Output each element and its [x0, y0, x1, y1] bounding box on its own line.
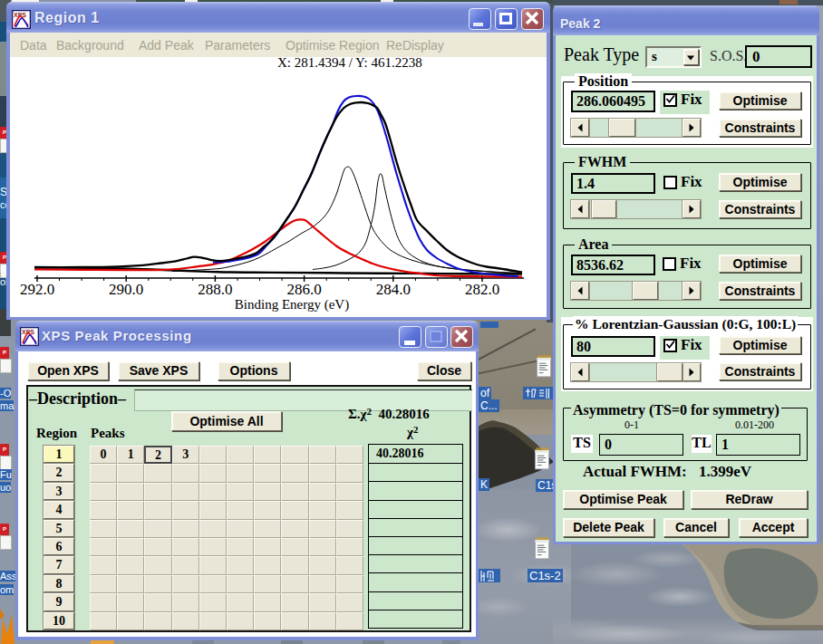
svg-text:284.0: 284.0: [376, 281, 411, 298]
svg-text:290.0: 290.0: [109, 281, 143, 298]
svg-text:286.0: 286.0: [286, 281, 321, 298]
svg-text:Binding Energy (eV): Binding Energy (eV): [235, 297, 349, 312]
svg-text:288.0: 288.0: [198, 281, 232, 298]
svg-text:292.0: 292.0: [20, 281, 54, 298]
svg-text:282.0: 282.0: [465, 281, 499, 298]
